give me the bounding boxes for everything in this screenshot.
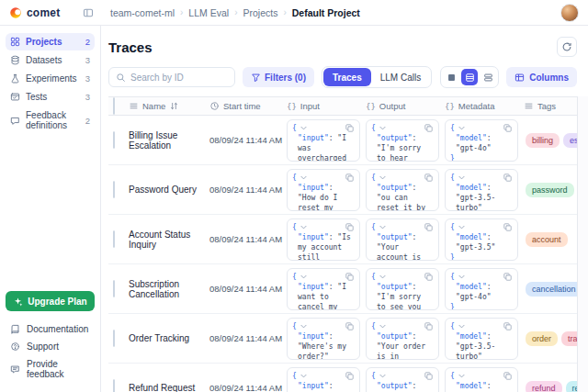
- tag-badge[interactable]: account: [526, 232, 568, 247]
- metadata-cell[interactable]: {"model": "gpt-3.5-turbo"}: [445, 318, 518, 360]
- sidebar-item-projects[interactable]: Projects2: [6, 33, 95, 50]
- breadcrumb-separator-icon: ›: [283, 7, 286, 17]
- sidebar-item-datasets[interactable]: Datasets3: [6, 51, 95, 69]
- row-checkbox-cell: [108, 182, 129, 198]
- json-content: "output": "I've submitted your refund re…: [371, 381, 434, 392]
- copy-icon: [503, 371, 513, 381]
- row-checkbox[interactable]: [113, 280, 115, 297]
- row-checkbox[interactable]: [113, 379, 115, 392]
- refresh-button[interactable]: [557, 37, 577, 57]
- metadata-cell[interactable]: {"model": "gpt-3.5"}: [445, 367, 518, 392]
- chevron-down-icon: [457, 272, 467, 282]
- sidebar-footer-provide-feedback[interactable]: Provide feedback: [6, 355, 95, 383]
- tag-badge[interactable]: cancellation: [526, 282, 577, 297]
- table-row[interactable]: Subscription Cancellation08/09/24 11:44 …: [108, 264, 577, 314]
- metadata-cell[interactable]: {"model": "gpt-3.5"}: [445, 218, 518, 261]
- input-cell[interactable]: {"input": "Can I get a refund for my las…: [287, 367, 360, 392]
- app-window: comet team-comet-ml›LLM Eval›Projects›De…: [0, 0, 588, 392]
- breadcrumb: team-comet-ml›LLM Eval›Projects›Default …: [101, 7, 360, 18]
- trace-start-time: 08/09/24 11:44 AM: [209, 284, 287, 294]
- json-key: "model": [456, 184, 487, 192]
- close-brace: }: [450, 153, 513, 161]
- column-header-input[interactable]: {}Input: [287, 101, 366, 111]
- sidebar-item-tests[interactable]: Tests3: [6, 88, 95, 106]
- input-cell[interactable]: {"input": "Where's my order?"}: [287, 318, 360, 360]
- upgrade-plan-button[interactable]: Upgrade Plan: [6, 291, 95, 311]
- tag-badge[interactable]: order: [526, 331, 558, 346]
- output-cell[interactable]: {"output": "ou can reset it by clicking …: [366, 169, 439, 211]
- sidebar-footer-support[interactable]: Support: [6, 338, 95, 355]
- json-content: "output": "I'm sorry to hear that. Let .…: [371, 133, 434, 162]
- column-header-start-time[interactable]: Start time: [209, 101, 287, 111]
- column-header-name[interactable]: Name: [129, 101, 209, 111]
- search-input[interactable]: [130, 73, 228, 83]
- breadcrumb-item[interactable]: LLM Eval: [188, 7, 229, 18]
- breadcrumb-item[interactable]: Default Project: [292, 7, 360, 18]
- breadcrumb-item[interactable]: Projects: [243, 7, 277, 18]
- comet-logo[interactable]: comet: [9, 6, 60, 19]
- metadata-cell[interactable]: {"model": "gpt-4o"}: [445, 119, 518, 162]
- database-icon: [10, 55, 20, 65]
- output-cell[interactable]: {"output": "I'm sorry to see you go. I'v…: [366, 268, 439, 310]
- sidebar-toggle-icon[interactable]: [83, 7, 94, 18]
- metadata-cell[interactable]: {"model": "gpt-4o"}: [445, 268, 518, 310]
- header-checkbox-cell: [108, 98, 129, 115]
- row-checkbox[interactable]: [113, 131, 115, 149]
- open-brace: {: [292, 222, 297, 232]
- output-cell[interactable]: {"output": "I'm sorry to hear that. Let …: [366, 119, 439, 162]
- sidebar-item-label: Projects: [26, 37, 62, 47]
- tag-badge[interactable]: password: [526, 183, 574, 197]
- breadcrumb-item[interactable]: team-comet-ml: [110, 7, 175, 18]
- column-header-output[interactable]: {}Output: [366, 101, 445, 111]
- table-row[interactable]: Account Status Inquiry08/09/24 11:44 AM{…: [108, 215, 577, 264]
- tag-badge[interactable]: track: [561, 331, 577, 346]
- refresh-icon: [561, 41, 572, 52]
- input-cell[interactable]: {"input": "I was overcharged on my last …: [287, 119, 360, 162]
- column-header-tags[interactable]: Tags: [524, 101, 577, 111]
- trace-name: Order Tracking: [129, 333, 209, 343]
- tags-cell: billingesca: [524, 133, 577, 148]
- tag-badge[interactable]: esca: [563, 133, 577, 148]
- copy-icon: [424, 371, 434, 381]
- row-checkbox[interactable]: [113, 181, 115, 198]
- row-checkbox[interactable]: [113, 330, 115, 347]
- help-icon: [10, 342, 20, 352]
- column-header-metadata[interactable]: {}Metadata: [445, 101, 524, 111]
- sidebar-item-feedback-definitions[interactable]: Feedback definitions2: [6, 106, 95, 134]
- tab-traces[interactable]: Traces: [323, 68, 371, 86]
- input-cell[interactable]: {"input": "I want to cancel my subscript…: [287, 268, 360, 310]
- output-cell[interactable]: {"output": "I've submitted your refund r…: [366, 367, 439, 392]
- density-rows-button[interactable]: [480, 69, 496, 85]
- select-all-checkbox[interactable]: [113, 97, 115, 115]
- output-cell[interactable]: {"output": "Your account is active and i…: [366, 218, 439, 261]
- density-normal-button[interactable]: [461, 69, 478, 85]
- clock-icon: [209, 101, 220, 111]
- copy-icon: [345, 173, 355, 183]
- tag-badge[interactable]: refund: [526, 381, 562, 392]
- output-cell[interactable]: {"output": "Your order is in transit and…: [366, 318, 439, 360]
- columns-button[interactable]: Columns: [506, 67, 577, 87]
- tab-llm-calls[interactable]: LLM Calls: [371, 68, 430, 86]
- sidebar-footer-documentation[interactable]: Documentation: [6, 320, 95, 338]
- table-row[interactable]: Password Query08/09/24 11:44 AM{"input":…: [108, 165, 577, 215]
- tag-badge[interactable]: requ: [566, 381, 577, 392]
- copy-icon: [345, 123, 355, 133]
- input-cell[interactable]: {"input": "How do I reset my password?"}: [287, 169, 360, 211]
- table-body: Billing Issue Escalation08/09/24 11:44 A…: [108, 116, 577, 392]
- table-row[interactable]: Order Tracking08/09/24 11:44 AM{"input":…: [108, 314, 577, 364]
- row-checkbox[interactable]: [113, 230, 115, 248]
- user-avatar[interactable]: [560, 4, 579, 22]
- trace-name: Password Query: [129, 185, 209, 195]
- table-row[interactable]: Billing Issue Escalation08/09/24 11:44 A…: [108, 116, 577, 165]
- density-compact-button[interactable]: [443, 69, 459, 85]
- sidebar-item-label: Tests: [26, 92, 47, 102]
- metadata-cell[interactable]: {"model": "gpt-3.5-turbo"}: [445, 169, 518, 211]
- filters-button[interactable]: Filters (0): [243, 67, 314, 87]
- json-content: "output": "Your order is in transit and …: [371, 331, 434, 360]
- json-key: "input": [298, 382, 329, 390]
- tag-badge[interactable]: billing: [526, 133, 560, 148]
- table-row[interactable]: Refund Request08/09/24 11:44 AM{"input":…: [108, 364, 577, 392]
- json-content: "input": "How do I reset my password?": [292, 183, 355, 211]
- input-cell[interactable]: {"input": "Is my account still active?"}: [287, 218, 360, 261]
- sidebar-item-experiments[interactable]: Experiments3: [6, 70, 95, 87]
